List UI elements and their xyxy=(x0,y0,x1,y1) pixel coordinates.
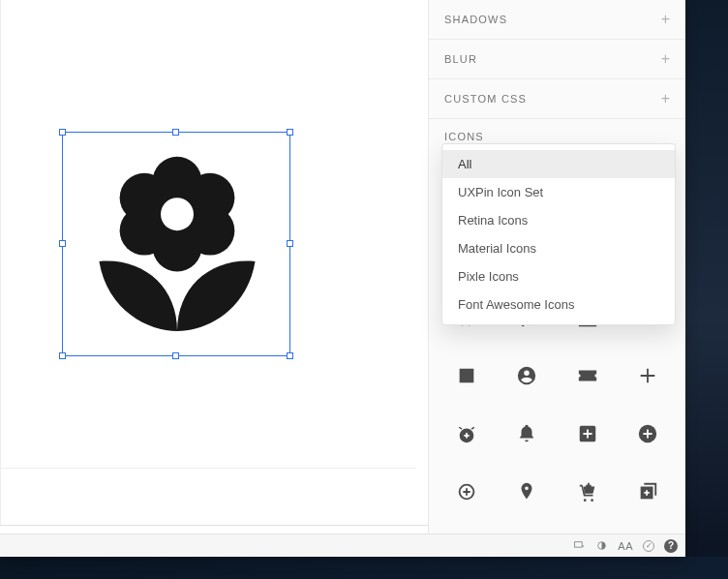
resize-handle-bottom-left[interactable] xyxy=(59,352,66,359)
contrast-icon[interactable] xyxy=(595,539,608,552)
section-shadows[interactable]: SHADOWS + xyxy=(429,0,685,40)
desktop-background-right xyxy=(685,0,728,579)
alarm-add-icon[interactable] xyxy=(439,407,495,461)
icon-grid xyxy=(429,290,685,557)
resize-handle-top-middle[interactable] xyxy=(172,129,179,136)
bell-add-icon[interactable] xyxy=(499,407,555,461)
dropdown-item-material[interactable]: Material Icons xyxy=(442,234,675,262)
svg-point-7 xyxy=(161,198,194,230)
section-shadows-label: SHADOWS xyxy=(444,14,507,25)
app-window: SHADOWS + BLUR + CUSTOM CSS + ICONS All … xyxy=(0,0,685,557)
add-shadow-icon[interactable]: + xyxy=(661,12,670,27)
text-aa-label[interactable]: AA xyxy=(618,540,633,552)
dropdown-item-pixle[interactable]: Pixle Icons xyxy=(442,262,675,290)
canvas-edge xyxy=(0,0,1,525)
inspector-panel: SHADOWS + BLUR + CUSTOM CSS + ICONS All … xyxy=(428,0,685,557)
plus-box-icon[interactable] xyxy=(560,407,616,461)
dropdown-item-retina[interactable]: Retina Icons xyxy=(442,206,675,234)
resize-handle-top-left[interactable] xyxy=(59,129,66,136)
pin-drop-icon[interactable] xyxy=(499,465,555,519)
help-icon[interactable]: ? xyxy=(664,539,678,553)
plus-circle-outline-icon[interactable] xyxy=(439,465,495,519)
add-custom-css-icon[interactable]: + xyxy=(661,91,670,107)
account-circle-icon[interactable] xyxy=(499,349,555,403)
screen-add-icon[interactable] xyxy=(573,539,586,552)
queue-add-icon[interactable] xyxy=(620,465,676,519)
resize-handle-bottom-middle[interactable] xyxy=(172,352,179,359)
add-blur-icon[interactable]: + xyxy=(661,51,670,67)
section-custom-css-label: CUSTOM CSS xyxy=(444,93,527,105)
account-box-icon[interactable] xyxy=(439,349,495,403)
resize-handle-bottom-right[interactable] xyxy=(287,352,293,359)
dropdown-item-fontawesome[interactable]: Font Awesome Icons xyxy=(442,290,675,319)
section-blur[interactable]: BLUR + xyxy=(429,40,685,79)
approve-check-icon[interactable]: ✓ xyxy=(643,540,654,552)
desktop-background-bottom xyxy=(0,557,728,579)
section-icons-label: ICONS xyxy=(444,131,484,142)
resize-handle-middle-right[interactable] xyxy=(287,240,293,247)
selection-box[interactable] xyxy=(62,132,290,356)
flower-icon[interactable] xyxy=(75,142,280,348)
section-custom-css[interactable]: CUSTOM CSS + xyxy=(429,79,685,119)
plus-thin-icon[interactable] xyxy=(620,349,676,403)
add-to-cart-icon[interactable] xyxy=(560,465,616,519)
svg-rect-12 xyxy=(575,542,583,547)
status-bar: AA ✓ ? xyxy=(0,533,685,557)
resize-handle-top-right[interactable] xyxy=(287,129,293,136)
resize-handle-middle-left[interactable] xyxy=(59,240,66,247)
icon-set-dropdown: All UXPin Icon Set Retina Icons Material… xyxy=(441,143,676,325)
plus-circle-filled-icon[interactable] xyxy=(620,407,676,461)
ticket-icon[interactable] xyxy=(560,349,616,403)
dropdown-item-all[interactable]: All xyxy=(442,150,675,178)
dropdown-item-uxpin[interactable]: UXPin Icon Set xyxy=(442,178,675,206)
section-blur-label: BLUR xyxy=(444,53,477,65)
